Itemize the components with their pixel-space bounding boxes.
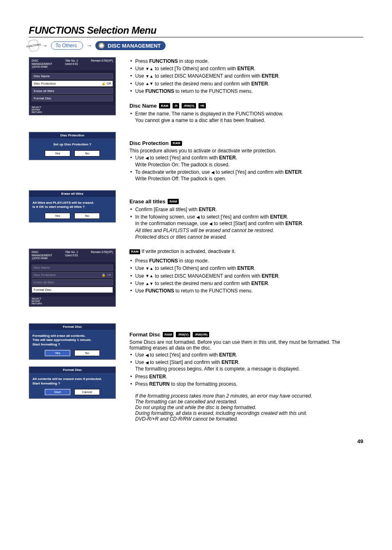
page-number: 49 xyxy=(29,438,363,444)
erase-all-titles-heading: Erase all titles RAM xyxy=(129,198,363,205)
yes-button[interactable]: Yes xyxy=(45,213,70,219)
modal-format-disc-2: Format Disc All contents will be erased … xyxy=(29,366,116,399)
intro-steps: Press FUNCTIONS in stop mode. Use ▼▲ to … xyxy=(129,58,363,94)
write-protection-note: RAM If write protection is activated, de… xyxy=(129,249,363,254)
menu-item: Format Disc xyxy=(32,95,113,101)
menu-item-selected: Format Disc xyxy=(32,287,113,293)
yes-button[interactable]: Yes xyxy=(45,350,70,356)
no-button[interactable]: No xyxy=(74,213,100,219)
no-button[interactable]: No xyxy=(74,350,100,356)
menu-item-selected: Disc Protection🔒 Off xyxy=(32,81,113,87)
left-arrow-icon: ◀ xyxy=(145,361,149,365)
arrow-right-icon: → xyxy=(42,42,48,49)
body-text: This procedure allows you to activate or… xyxy=(129,148,363,154)
page-title: FUNCTIONS Selection Menu xyxy=(29,25,363,37)
menu-item: Disc Protection🔒 Off xyxy=(32,272,113,278)
down-up-arrows-icon: ▼▲ xyxy=(145,67,154,71)
modal-erase-all-titles: Erase all titles All titles and PLAYLIST… xyxy=(29,190,116,223)
down-up-arrows-icon: ▼▲ xyxy=(145,74,154,78)
functions-remote-button-icon: FUNCTIONS xyxy=(28,39,39,52)
arrow-right-icon: → xyxy=(86,42,92,49)
disc-icon xyxy=(98,42,105,49)
up-down-arrows-icon: ▲▼ xyxy=(145,282,154,286)
up-down-arrows-icon: ▲▼ xyxy=(145,82,154,86)
repeat-steps: Press FUNCTIONS in stop mode. Use ▼▲ to … xyxy=(129,258,363,294)
screenshot-footer: SELECT ENTER RETURN xyxy=(29,297,115,306)
left-arrow-icon: ◀ xyxy=(145,353,149,357)
menu-item: Erase all titles xyxy=(32,279,113,285)
breadcrumb-row: FUNCTIONS → To Others → DISC MANAGEMENT xyxy=(29,40,363,51)
disc-name-heading: Disc Name RAM -R -RW(V) +R xyxy=(129,103,363,109)
screenshot-footer: SELECT ENTER RETURN xyxy=(29,105,115,115)
menu-item: Disc Name xyxy=(32,73,113,79)
left-arrow-icon: ◀ xyxy=(209,222,212,226)
menu-item: Disc Name xyxy=(32,265,113,271)
format-disc-heading: Format Disc RAM -RW(V) -RW(VR) xyxy=(129,331,363,338)
down-up-arrows-icon: ▼▲ xyxy=(145,274,154,278)
down-up-arrows-icon: ▼▲ xyxy=(145,267,154,271)
body-text: Some Discs are not formatted. Before you… xyxy=(129,339,363,351)
cancel-button[interactable]: Cancel xyxy=(74,389,100,395)
modal-format-disc-1: Format Disc Formatting will erase all co… xyxy=(29,323,116,360)
menu-item: Erase all titles xyxy=(32,88,113,94)
disc-protection-heading: Disc Protection RAM xyxy=(129,140,363,146)
start-button[interactable]: Start xyxy=(45,389,70,395)
to-others-pill: To Others xyxy=(51,41,83,50)
format-notes: If the formatting process takes more tha… xyxy=(135,393,363,422)
yes-button[interactable]: Yes xyxy=(45,150,70,156)
left-arrow-icon: ◀ xyxy=(145,156,149,160)
disc-management-pill: DISC MANAGEMENT xyxy=(95,41,166,50)
left-arrow-icon: ◀ xyxy=(196,215,200,219)
disc-management-label: DISC MANAGEMENT xyxy=(108,43,161,49)
screenshot-disc-management-2: DISC MANAGEMENT◎DVD-RAM Title No. 1Used … xyxy=(29,249,116,307)
left-arrow-icon: ◀ xyxy=(211,170,214,175)
screenshot-disc-management-1: DISC MANAGEMENT◎DVD-RAM Title No. 1Used … xyxy=(29,57,116,115)
modal-disc-protection: Disc Protection Set up Disc Protection ?… xyxy=(29,132,116,160)
no-button[interactable]: No xyxy=(74,150,100,156)
